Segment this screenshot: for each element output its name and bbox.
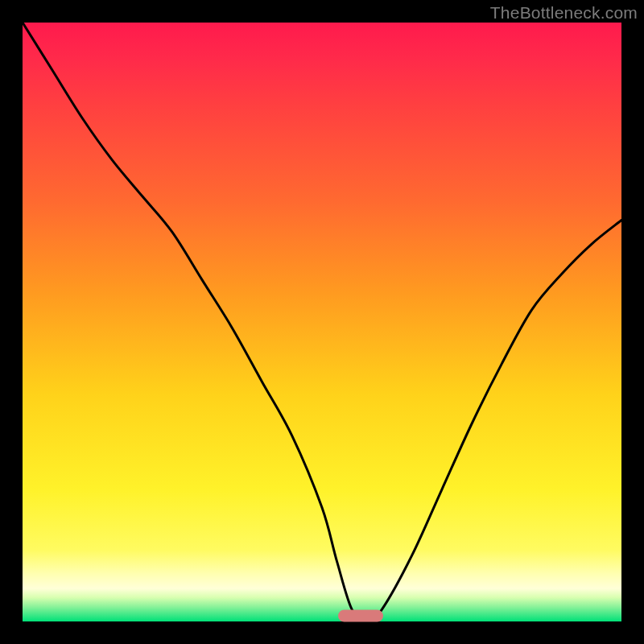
minimum-marker (338, 610, 383, 622)
chart-frame: TheBottleneck.com (0, 0, 644, 644)
curve-path (23, 23, 621, 621)
bottleneck-curve (23, 23, 621, 621)
watermark-text: TheBottleneck.com (490, 3, 638, 23)
chart-plot-area (23, 23, 621, 621)
